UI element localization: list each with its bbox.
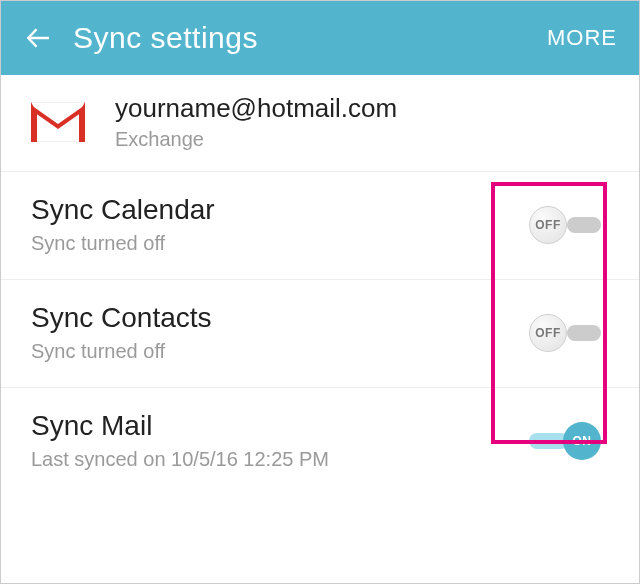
gmail-icon	[31, 102, 85, 142]
row-subtitle: Sync turned off	[31, 340, 529, 363]
toggle-knob: OFF	[529, 314, 567, 352]
row-subtitle: Last synced on 10/5/16 12:25 PM	[31, 448, 529, 471]
toggle-knob: OFF	[529, 206, 567, 244]
toggle-track	[567, 217, 601, 233]
sync-calendar-toggle[interactable]: OFF	[529, 206, 601, 244]
account-info: yourname@hotmail.com Exchange	[115, 93, 397, 151]
sync-mail-toggle[interactable]: ON	[529, 422, 601, 460]
row-text: Sync Mail Last synced on 10/5/16 12:25 P…	[31, 410, 529, 471]
row-text: Sync Calendar Sync turned off	[31, 194, 529, 255]
row-text: Sync Contacts Sync turned off	[31, 302, 529, 363]
back-button[interactable]	[19, 18, 59, 58]
row-title: Sync Contacts	[31, 302, 529, 334]
more-button[interactable]: MORE	[547, 25, 617, 51]
account-type: Exchange	[115, 128, 397, 151]
svg-rect-1	[31, 102, 85, 142]
account-email: yourname@hotmail.com	[115, 93, 397, 124]
arrow-left-icon	[24, 23, 54, 53]
sync-calendar-row[interactable]: Sync Calendar Sync turned off OFF	[1, 172, 639, 280]
app-bar: Sync settings MORE	[1, 1, 639, 75]
page-title: Sync settings	[73, 21, 547, 55]
row-subtitle: Sync turned off	[31, 232, 529, 255]
row-title: Sync Mail	[31, 410, 529, 442]
row-title: Sync Calendar	[31, 194, 529, 226]
toggle-knob: ON	[563, 422, 601, 460]
sync-mail-row[interactable]: Sync Mail Last synced on 10/5/16 12:25 P…	[1, 388, 639, 495]
sync-contacts-row[interactable]: Sync Contacts Sync turned off OFF	[1, 280, 639, 388]
sync-contacts-toggle[interactable]: OFF	[529, 314, 601, 352]
sync-rows: Sync Calendar Sync turned off OFF Sync C…	[1, 172, 639, 495]
account-row[interactable]: yourname@hotmail.com Exchange	[1, 75, 639, 172]
toggle-track	[567, 325, 601, 341]
